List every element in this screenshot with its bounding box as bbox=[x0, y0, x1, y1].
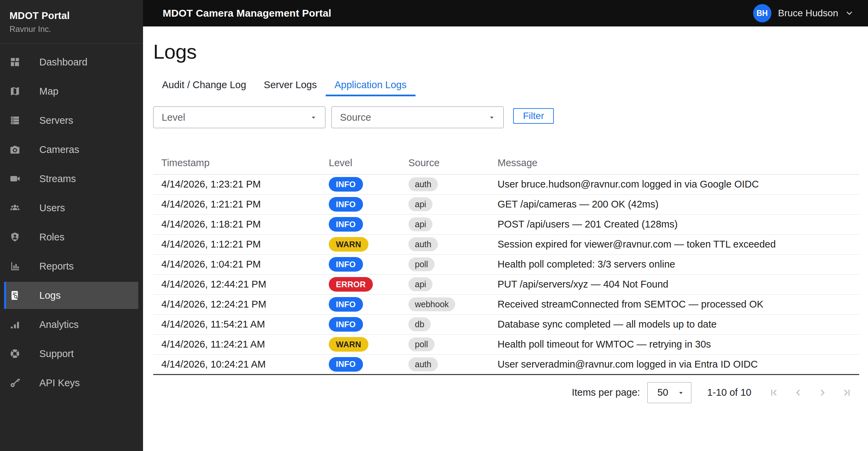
brand: MDOT Portal Ravnur Inc. bbox=[0, 0, 143, 43]
first-page-button[interactable] bbox=[762, 380, 786, 405]
source-badge: auth bbox=[408, 177, 438, 191]
level-badge: INFO bbox=[329, 317, 363, 332]
source-select-value: Source bbox=[340, 112, 371, 123]
table-row: 4/14/2026, 1:04:21 PMINFOpollHealth poll… bbox=[153, 254, 859, 274]
sidebar-item-users[interactable]: Users bbox=[4, 194, 138, 221]
filter-button[interactable]: Filter bbox=[513, 108, 554, 124]
cell-timestamp: 4/14/2026, 12:44:21 PM bbox=[153, 274, 321, 294]
next-page-button[interactable] bbox=[810, 380, 835, 405]
source-select[interactable]: Source bbox=[331, 106, 504, 128]
cell-source: api bbox=[400, 194, 489, 214]
cell-message: POST /api/users — 201 Created (128ms) bbox=[489, 214, 859, 234]
cell-level: ERROR bbox=[321, 274, 400, 294]
cell-level: INFO bbox=[321, 214, 400, 234]
sidebar-item-label: Users bbox=[39, 202, 65, 214]
sidebar-item-label: Map bbox=[39, 86, 58, 97]
tab-audit-change-log[interactable]: Audit / Change Log bbox=[153, 75, 255, 96]
sidebar-item-servers[interactable]: Servers bbox=[4, 107, 138, 134]
brand-title: MDOT Portal bbox=[9, 10, 133, 21]
user-menu[interactable]: BH Bruce Hudson bbox=[753, 4, 854, 22]
sidebar-item-roles[interactable]: Roles bbox=[4, 223, 138, 251]
table-row: 4/14/2026, 10:24:21 AMINFOauthUser serve… bbox=[153, 354, 859, 374]
table-row: 4/14/2026, 1:18:21 PMINFOapiPOST /api/us… bbox=[153, 214, 859, 234]
sidebar-item-label: Cameras bbox=[39, 144, 79, 155]
column-header-message: Message bbox=[489, 145, 859, 174]
sidebar-item-label: Streams bbox=[39, 173, 76, 184]
level-badge: INFO bbox=[329, 197, 363, 212]
cell-timestamp: 4/14/2026, 11:24:21 AM bbox=[153, 334, 321, 354]
cell-message: GET /api/cameras — 200 OK (42ms) bbox=[489, 194, 859, 214]
page-title: Logs bbox=[153, 41, 859, 63]
cell-level: INFO bbox=[321, 294, 400, 314]
sidebar-item-map[interactable]: Map bbox=[4, 78, 138, 105]
cell-source: auth bbox=[400, 234, 489, 254]
cell-level: INFO bbox=[321, 314, 400, 334]
page-range-label: 1-10 of 10 bbox=[707, 387, 751, 398]
level-badge: INFO bbox=[329, 257, 363, 272]
cell-source: poll bbox=[400, 334, 489, 354]
level-select[interactable]: Level bbox=[153, 106, 325, 128]
source-badge: poll bbox=[408, 257, 435, 271]
chevron-right-icon bbox=[816, 387, 829, 399]
level-badge: INFO bbox=[329, 177, 363, 192]
caret-down-icon bbox=[488, 113, 496, 121]
sidebar-item-streams[interactable]: Streams bbox=[4, 165, 138, 192]
shield-user-icon bbox=[9, 232, 20, 242]
source-badge: poll bbox=[408, 337, 435, 351]
cell-message: User bruce.hudson@ravnur.com logged in v… bbox=[489, 174, 859, 194]
cell-source: auth bbox=[400, 354, 489, 374]
table-row: 4/14/2026, 12:44:21 PMERRORapiPUT /api/s… bbox=[153, 274, 859, 294]
cell-level: INFO bbox=[321, 174, 400, 194]
previous-page-button[interactable] bbox=[786, 380, 810, 405]
sidebar-item-analytics[interactable]: Analytics bbox=[4, 311, 138, 338]
paginator: Items per page: 50 1-10 of 10 bbox=[153, 375, 859, 410]
level-badge: INFO bbox=[329, 217, 363, 232]
tab-server-logs[interactable]: Server Logs bbox=[255, 75, 325, 96]
sidebar-item-dashboard[interactable]: Dashboard bbox=[4, 48, 138, 76]
cell-message: Health poll completed: 3/3 servers onlin… bbox=[489, 254, 859, 274]
chevron-left-icon bbox=[792, 387, 804, 399]
sidebar-item-logs[interactable]: Logs bbox=[4, 282, 138, 309]
table-row: 4/14/2026, 11:54:21 AMINFOdbDatabase syn… bbox=[153, 314, 859, 334]
column-header-level: Level bbox=[321, 145, 400, 174]
app-root: MDOT Portal Ravnur Inc. DashboardMapServ… bbox=[0, 0, 868, 451]
cell-source: webhook bbox=[400, 294, 489, 314]
tab-bar: Audit / Change LogServer LogsApplication… bbox=[153, 75, 859, 96]
cell-message: Received streamConnected from SEMTOC — p… bbox=[489, 294, 859, 314]
sidebar-item-label: Roles bbox=[39, 232, 64, 243]
tab-application-logs[interactable]: Application Logs bbox=[326, 75, 416, 96]
sidebar-item-api-keys[interactable]: API Keys bbox=[4, 369, 138, 396]
table-row: 4/14/2026, 11:24:21 AMWARNpollHealth pol… bbox=[153, 334, 859, 354]
source-badge: auth bbox=[408, 357, 438, 371]
table-header-row: Timestamp Level Source Message bbox=[153, 145, 859, 174]
last-page-icon bbox=[841, 387, 853, 399]
brand-subtitle: Ravnur Inc. bbox=[9, 24, 133, 34]
level-badge: INFO bbox=[329, 297, 363, 312]
sidebar-item-label: Servers bbox=[39, 115, 73, 126]
sidebar-item-label: Analytics bbox=[39, 319, 79, 330]
table-row: 4/14/2026, 1:21:21 PMINFOapiGET /api/cam… bbox=[153, 194, 859, 214]
source-badge: api bbox=[408, 217, 432, 231]
column-header-timestamp: Timestamp bbox=[153, 145, 321, 174]
source-badge: db bbox=[408, 317, 431, 331]
source-badge: auth bbox=[408, 237, 438, 251]
page-size-select[interactable]: 50 bbox=[647, 382, 691, 403]
last-page-button[interactable] bbox=[835, 380, 859, 405]
cell-timestamp: 4/14/2026, 1:18:21 PM bbox=[153, 214, 321, 234]
column-header-source: Source bbox=[400, 145, 489, 174]
sidebar-item-reports[interactable]: Reports bbox=[4, 253, 138, 280]
sidebar-item-support[interactable]: Support bbox=[4, 340, 138, 367]
source-badge: webhook bbox=[408, 297, 455, 311]
sidebar-nav: DashboardMapServersCamerasStreamsUsersRo… bbox=[0, 44, 143, 396]
level-badge: WARN bbox=[329, 337, 368, 352]
cell-source: poll bbox=[400, 254, 489, 274]
sidebar-item-label: Logs bbox=[39, 290, 61, 301]
source-badge: api bbox=[408, 197, 432, 211]
items-per-page-label: Items per page: bbox=[572, 387, 640, 398]
map-icon bbox=[9, 86, 20, 97]
sidebar-item-label: API Keys bbox=[39, 377, 80, 389]
cell-timestamp: 4/14/2026, 10:24:21 AM bbox=[153, 354, 321, 374]
cell-message: Database sync completed — all models up … bbox=[489, 314, 859, 334]
camera-icon bbox=[9, 144, 20, 155]
sidebar-item-cameras[interactable]: Cameras bbox=[4, 136, 138, 163]
